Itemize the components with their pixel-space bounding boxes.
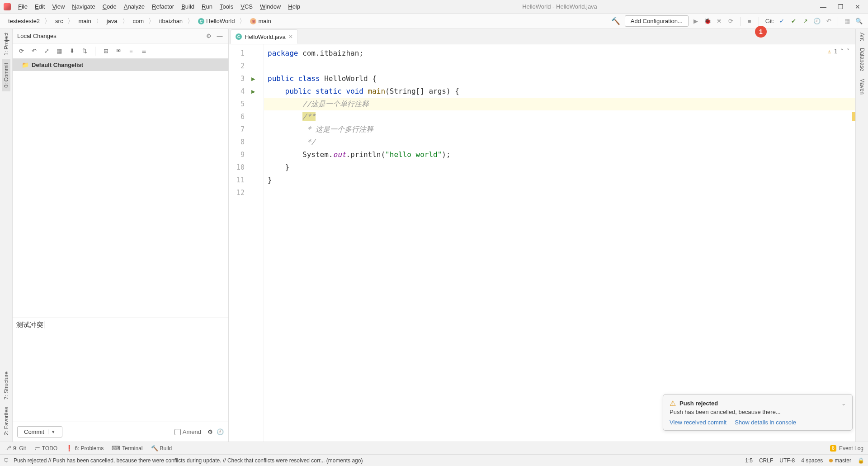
menu-analyze[interactable]: Analyze [121, 2, 147, 11]
show-details-link[interactable]: Show details in console [735, 419, 796, 426]
git-history-icon[interactable]: 🕘 [812, 17, 821, 26]
notification-badge[interactable]: 1 [755, 26, 767, 38]
stop-icon[interactable]: ■ [745, 17, 754, 26]
amend-checkbox[interactable]: Amend [175, 428, 201, 435]
breadcrumb-item[interactable]: CHelloWorld [194, 16, 238, 26]
amend-checkbox-input[interactable] [175, 429, 181, 435]
breadcrumb-item[interactable]: java [103, 16, 121, 26]
commit-settings-icon[interactable]: ⚙ [208, 428, 213, 435]
code-line[interactable]: public static void main(String[] args) { [264, 85, 855, 98]
default-changelist[interactable]: 📁 Default Changelist [13, 59, 228, 71]
code-line[interactable] [264, 186, 855, 199]
toolwin-commit[interactable]: 0: Commit [2, 59, 10, 91]
toolwin-git[interactable]: ⎇9: Git [5, 445, 26, 452]
commit-message-input[interactable]: 测试冲突 [13, 318, 228, 422]
profile-icon[interactable]: ⟳ [726, 17, 736, 26]
git-rollback-icon[interactable]: ↶ [824, 17, 833, 26]
indent[interactable]: 4 spaces [801, 457, 823, 464]
commit-dropdown-icon[interactable]: ▼ [48, 429, 56, 434]
error-stripe-mark[interactable] [852, 112, 855, 121]
prev-highlight-icon[interactable]: ˆ [840, 48, 844, 55]
menu-build[interactable]: Build [179, 2, 197, 11]
menu-code[interactable]: Code [100, 2, 119, 11]
toolwin-event-log[interactable]: Event Log [839, 445, 863, 452]
minimize-button[interactable]: — [816, 3, 830, 11]
toolwin-todo[interactable]: ≔TODO [34, 445, 57, 452]
breadcrumb-item[interactable]: com [129, 16, 148, 26]
breadcrumb-item[interactable]: testesteste2 [5, 16, 43, 26]
expand-icon[interactable]: ≡ [127, 47, 135, 55]
code-line[interactable]: } [264, 161, 855, 174]
shelve-icon[interactable]: ⬇ [68, 47, 76, 55]
close-button[interactable]: ✕ [851, 3, 864, 11]
expand-icon[interactable]: ⌄ [841, 400, 846, 407]
git-push-icon[interactable]: ↗ [801, 17, 810, 26]
menu-file[interactable]: File [15, 2, 30, 11]
toolwin-project[interactable]: 1: Project [2, 29, 10, 59]
inspection-widget[interactable]: ⚠ 1 ˆ ˇ [828, 48, 850, 55]
maximize-button[interactable]: ❐ [834, 3, 847, 11]
menu-window[interactable]: Window [257, 2, 283, 11]
line-separator[interactable]: CRLF [759, 457, 773, 464]
build-icon[interactable]: 🔨 [609, 15, 622, 27]
search-everywhere-icon[interactable]: 🔍 [854, 17, 863, 26]
toolwin-ant[interactable]: Ant [858, 29, 866, 44]
encoding[interactable]: UTF-8 [779, 457, 795, 464]
refresh-icon[interactable]: ⟳ [17, 47, 25, 55]
menu-navigate[interactable]: Navigate [69, 2, 98, 11]
menu-view[interactable]: View [49, 2, 67, 11]
toolwin-build[interactable]: 🔨Build [151, 445, 172, 452]
menu-run[interactable]: Run [199, 2, 215, 11]
toolwin-problems[interactable]: ❗6: Problems [66, 445, 104, 452]
run-icon[interactable]: ▶ [691, 17, 700, 26]
lock-icon[interactable]: 🔒 [858, 457, 864, 464]
code-body[interactable]: ⚠ 1 ˆ ˇ package com.itbaizhan;public cla… [264, 44, 855, 442]
file-tab[interactable]: C HelloWorld.java ✕ [231, 29, 298, 44]
collapse-icon[interactable]: ≣ [140, 47, 148, 55]
group-icon[interactable]: ⊞ [102, 47, 110, 55]
rollback-icon[interactable]: ↶ [30, 47, 38, 55]
code-line[interactable] [264, 60, 855, 72]
toolwin-structure[interactable]: 7: Structure [2, 368, 10, 403]
changelist-icon[interactable]: ▦ [55, 47, 63, 55]
code-line[interactable]: } [264, 174, 855, 186]
gear-icon[interactable]: ⚙ [205, 32, 213, 40]
ide-tools-icon[interactable]: ▦ [843, 17, 852, 26]
code-line[interactable]: package com.itbaizhan; [264, 47, 855, 60]
breadcrumb-item[interactable]: main [75, 16, 94, 26]
menu-vcs[interactable]: VCS [238, 2, 255, 11]
toolwin-database[interactable]: Database [858, 44, 866, 75]
breadcrumb-item[interactable]: itbaizhan [156, 16, 186, 26]
toolwin-favorites[interactable]: 2: Favorites [2, 403, 10, 439]
debug-icon[interactable]: 🐞 [703, 17, 712, 26]
git-commit-icon[interactable]: ✔ [789, 17, 798, 26]
code-editor[interactable]: 123456789101112 ▶▶ ⚠ 1 ˆ ˇ package com.i… [229, 44, 855, 442]
close-tab-icon[interactable]: ✕ [288, 33, 293, 40]
menu-edit[interactable]: Edit [32, 2, 47, 11]
code-line[interactable]: System.out.println("hello world"); [264, 148, 855, 161]
view-received-commit-link[interactable]: View received commit [670, 419, 726, 426]
hide-icon[interactable]: — [216, 32, 224, 40]
menu-tools[interactable]: Tools [217, 2, 236, 11]
breadcrumb-item[interactable]: src [52, 16, 66, 26]
commit-button[interactable]: Commit ▼ [17, 426, 62, 437]
coverage-icon[interactable]: ⤧ [715, 17, 724, 26]
caret-position[interactable]: 1:5 [745, 457, 753, 464]
code-line[interactable]: public class HelloWorld { [264, 72, 855, 85]
menu-refactor[interactable]: Refactor [149, 2, 177, 11]
toolwin-maven[interactable]: Maven [858, 75, 866, 98]
run-config-dropdown[interactable]: Add Configuration... [625, 15, 689, 27]
unshelve-icon[interactable]: ⇅ [80, 47, 89, 55]
toolwin-terminal[interactable]: ⌨Terminal [112, 445, 142, 452]
menu-help[interactable]: Help [285, 2, 303, 11]
code-line[interactable]: * 这是一个多行注释 [264, 123, 855, 136]
code-line[interactable]: */ [264, 136, 855, 148]
code-line[interactable]: //这是一个单行注释 [264, 98, 855, 110]
breadcrumb-item[interactable]: mmain [246, 16, 274, 26]
statusbar-icon[interactable]: 🗨 [4, 457, 11, 464]
git-update-icon[interactable]: ✓ [777, 17, 786, 26]
code-line[interactable]: /** [264, 110, 855, 123]
view-icon[interactable]: 👁 [114, 47, 123, 55]
diff-icon[interactable]: ⤢ [42, 47, 51, 55]
next-highlight-icon[interactable]: ˇ [846, 48, 850, 55]
